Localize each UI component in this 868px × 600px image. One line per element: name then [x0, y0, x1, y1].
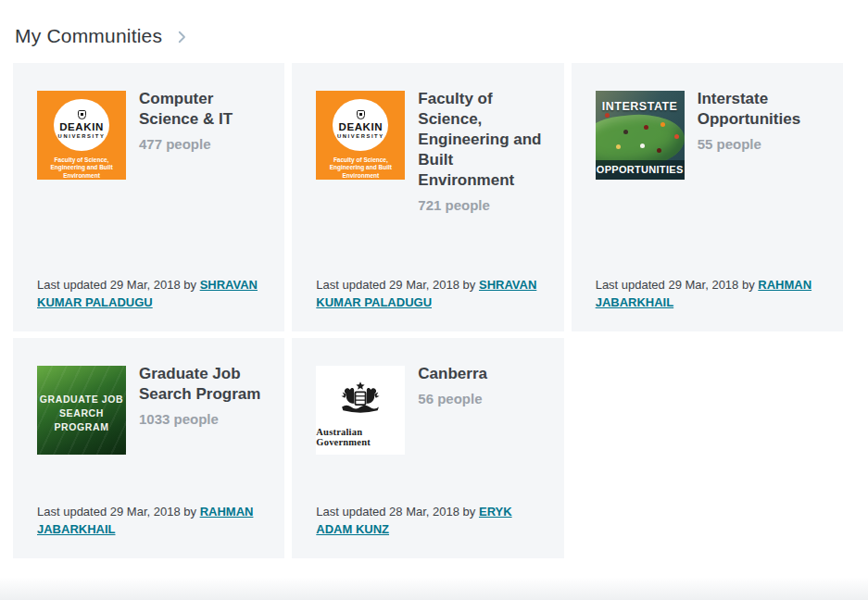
- map-pin-icon: [640, 144, 645, 148]
- community-people-count: 721 people: [418, 197, 541, 213]
- last-updated-line: Last updated 29 Mar, 2018 by SHRAVAN KUM…: [316, 259, 541, 311]
- last-updated-line: Last updated 28 Mar, 2018 by ERYK ADAM K…: [316, 486, 541, 538]
- deakin-university-logo: DEAKIN UNIVERSITY Faculty of Science, En…: [37, 91, 126, 180]
- last-updated-text: Last updated 29 Mar, 2018 by: [37, 278, 196, 292]
- community-people-count: 55 people: [698, 136, 821, 152]
- map-pin-icon: [605, 113, 610, 118]
- map-pin-icon: [660, 122, 665, 127]
- map-pin-icon: [623, 130, 628, 134]
- chevron-right-icon: [173, 29, 190, 45]
- last-updated-text: Last updated 29 Mar, 2018 by: [37, 505, 196, 519]
- deakin-shield-icon: [78, 110, 86, 119]
- map-pin-icon: [616, 144, 621, 149]
- last-updated-text: Last updated 29 Mar, 2018 by: [596, 278, 755, 292]
- community-card[interactable]: Australian Government Canberra 56 people…: [292, 338, 563, 558]
- ausgov-logo-caption: Australian Government: [316, 427, 405, 447]
- community-people-count: 477 people: [139, 136, 262, 152]
- deakin-logo-circle: DEAKIN UNIVERSITY: [333, 99, 388, 151]
- deakin-shield-icon: [357, 110, 365, 119]
- interstate-opportunities-logo: INTERSTATE OPPORTUNITIES: [596, 91, 685, 180]
- interstate-logo-bottom-label: OPPORTUNITIES: [596, 160, 685, 180]
- card-info: Computer Science & IT 477 people: [139, 87, 262, 180]
- last-updated-line: Last updated 29 Mar, 2018 by RAHMAN JABA…: [596, 259, 821, 311]
- deakin-logo-brand: DEAKIN: [59, 121, 104, 132]
- community-card[interactable]: INTERSTATE OPPORTUNITIES Interstate Oppo…: [572, 63, 843, 331]
- page-title: My Communities: [15, 25, 162, 47]
- card-info: Graduate Job Search Program 1033 people: [139, 362, 262, 455]
- deakin-university-logo: DEAKIN UNIVERSITY Faculty of Science, En…: [316, 91, 405, 180]
- footer-strip: [0, 577, 868, 600]
- community-title: Computer Science & IT: [139, 89, 262, 130]
- coat-of-arms-icon: [325, 381, 396, 423]
- community-title: Graduate Job Search Program: [139, 364, 262, 405]
- card-info: Canberra 56 people: [418, 362, 541, 455]
- map-pin-icon: [657, 148, 661, 153]
- community-title: Faculty of Science, Engineering and Buil…: [418, 89, 541, 191]
- last-updated-line: Last updated 29 Mar, 2018 by SHRAVAN KUM…: [37, 259, 262, 311]
- graduate-logo-label: GRADUATE JOB SEARCH PROGRAM: [37, 393, 126, 434]
- card-top: Australian Government Canberra 56 people: [316, 362, 541, 455]
- my-communities-page: My Communities DEAKIN UNIVERSITY Faculty…: [0, 0, 868, 600]
- community-title: Interstate Opportunities: [698, 89, 821, 130]
- deakin-logo-circle: DEAKIN UNIVERSITY: [54, 99, 109, 151]
- last-updated-text: Last updated 29 Mar, 2018 by: [316, 278, 475, 292]
- interstate-logo-top-label: INTERSTATE: [596, 100, 685, 113]
- deakin-logo-caption: Faculty of Science, Engineering and Buil…: [40, 156, 123, 181]
- card-info: Faculty of Science, Engineering and Buil…: [418, 87, 541, 213]
- graduate-job-search-logo: GRADUATE JOB SEARCH PROGRAM: [37, 366, 126, 455]
- community-people-count: 56 people: [418, 391, 541, 406]
- map-pin-icon: [674, 134, 679, 139]
- community-people-count: 1033 people: [139, 411, 262, 427]
- card-top: GRADUATE JOB SEARCH PROGRAM Graduate Job…: [37, 362, 262, 455]
- deakin-logo-brand: DEAKIN: [338, 121, 383, 132]
- deakin-logo-brand-sub: UNIVERSITY: [58, 132, 106, 140]
- view-all-communities-link[interactable]: [173, 29, 190, 45]
- deakin-logo-brand-sub: UNIVERSITY: [337, 132, 384, 140]
- australian-government-logo: Australian Government: [316, 366, 405, 455]
- section-header: My Communities: [0, 0, 868, 47]
- last-updated-text: Last updated 28 Mar, 2018 by: [316, 505, 475, 519]
- deakin-logo-caption: Faculty of Science, Engineering and Buil…: [319, 156, 402, 181]
- last-updated-line: Last updated 29 Mar, 2018 by RAHMAN JABA…: [37, 486, 262, 538]
- community-card-grid: DEAKIN UNIVERSITY Faculty of Science, En…: [13, 63, 843, 558]
- card-info: Interstate Opportunities 55 people: [698, 87, 821, 180]
- card-top: DEAKIN UNIVERSITY Faculty of Science, En…: [37, 87, 262, 180]
- community-card[interactable]: DEAKIN UNIVERSITY Faculty of Science, En…: [292, 63, 563, 331]
- card-top: DEAKIN UNIVERSITY Faculty of Science, En…: [316, 87, 541, 213]
- community-card[interactable]: DEAKIN UNIVERSITY Faculty of Science, En…: [13, 63, 284, 331]
- community-card[interactable]: GRADUATE JOB SEARCH PROGRAM Graduate Job…: [13, 338, 284, 558]
- map-pin-icon: [644, 125, 648, 130]
- card-top: INTERSTATE OPPORTUNITIES Interstate Oppo…: [596, 87, 821, 180]
- community-title: Canberra: [418, 364, 541, 384]
